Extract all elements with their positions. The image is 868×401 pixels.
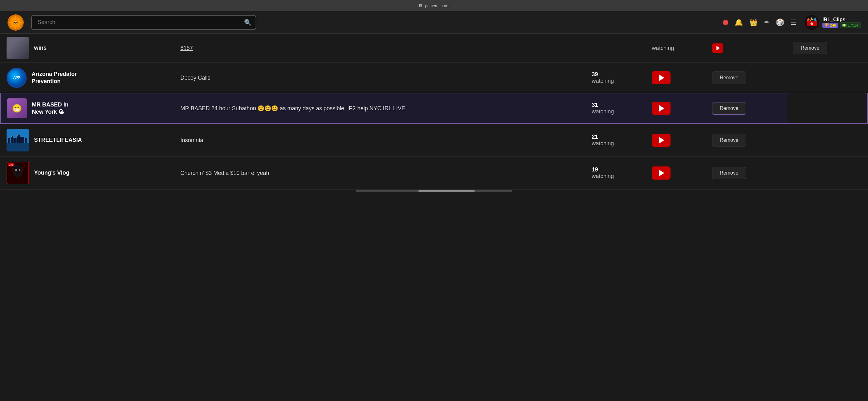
svg-point-38 bbox=[12, 165, 23, 178]
feather-icon[interactable]: ✒ bbox=[764, 19, 770, 27]
svg-rect-33 bbox=[21, 137, 21, 138]
scroll-track bbox=[356, 190, 512, 192]
watch-count: 21 watching bbox=[592, 134, 614, 146]
svg-point-19 bbox=[810, 23, 813, 25]
table-row: wins 8157 watching Remove bbox=[0, 34, 868, 63]
stream-title: Decoy Calls bbox=[180, 75, 210, 81]
yt-button[interactable] bbox=[652, 71, 671, 84]
svg-text:😎: 😎 bbox=[13, 21, 18, 25]
site-logo[interactable]: 😎 bbox=[7, 14, 24, 31]
menu-icon[interactable]: ☰ bbox=[790, 19, 797, 27]
search-bar: 🔍 bbox=[31, 15, 256, 30]
username: IRL_Clips bbox=[823, 17, 861, 23]
svg-rect-26 bbox=[17, 135, 20, 143]
channel-cell: wins bbox=[6, 37, 168, 59]
navbar: 😎 🔍 🔔 👑 ✒ 🎲 ☰ bbox=[0, 11, 868, 34]
channel-cell: 😁 MR BASED inNew York 🌤 bbox=[7, 98, 168, 119]
scrollbar[interactable] bbox=[0, 190, 868, 193]
remove-button[interactable]: Remove bbox=[712, 134, 746, 146]
channel-name: Arizona PredatorPrevention bbox=[32, 71, 77, 85]
browser-icon: 🖥 bbox=[418, 3, 423, 8]
logo-image: 😎 bbox=[7, 14, 24, 31]
svg-rect-32 bbox=[18, 136, 18, 137]
dice-icon[interactable]: 🎲 bbox=[776, 19, 784, 27]
svg-rect-31 bbox=[18, 135, 18, 136]
svg-line-7 bbox=[19, 25, 20, 27]
remove-button[interactable]: Remove bbox=[712, 71, 746, 84]
avatar-svg bbox=[804, 15, 819, 30]
table-row: STREETLIFEASIA Insomnia 21 watching Remo… bbox=[0, 124, 868, 157]
table-row: LIVE Young's Vlog Cherchin' $3 bbox=[0, 157, 868, 190]
svg-rect-30 bbox=[11, 138, 12, 138]
logo-svg: 😎 bbox=[9, 15, 23, 29]
play-icon bbox=[659, 105, 664, 111]
channel-thumb: APP bbox=[6, 68, 27, 88]
play-icon bbox=[659, 137, 664, 143]
channel-thumb: LIVE bbox=[6, 162, 29, 184]
nav-icons: 🔔 👑 ✒ 🎲 ☰ bbox=[723, 19, 797, 27]
stream-title: Cherchin' $3 Media $10 barrel yeah bbox=[180, 170, 269, 176]
youngs-svg: LIVE bbox=[6, 162, 29, 183]
user-badges: 🏆 248 💵 17524 bbox=[823, 23, 861, 28]
play-icon bbox=[659, 75, 664, 81]
sub-count: 8157 bbox=[180, 45, 193, 51]
stream-title: MR BASED 24 hour Subathon 😊😊😊 as many da… bbox=[180, 105, 405, 111]
svg-rect-29 bbox=[11, 136, 12, 137]
remove-button[interactable]: Remove bbox=[712, 167, 746, 179]
watch-count: 19 watching bbox=[592, 166, 614, 179]
watching-label: watching bbox=[652, 45, 674, 51]
svg-point-39 bbox=[15, 169, 17, 171]
play-icon bbox=[659, 170, 664, 176]
crown-icon[interactable]: 👑 bbox=[749, 19, 758, 27]
badge-rank: 🏆 248 bbox=[823, 23, 838, 28]
svg-rect-22 bbox=[6, 143, 29, 152]
yt-button[interactable] bbox=[712, 43, 723, 53]
watch-count: 31 watching bbox=[592, 102, 614, 114]
stream-list: wins 8157 watching Remove bbox=[0, 34, 868, 190]
svg-rect-25 bbox=[13, 138, 17, 143]
user-info: IRL_Clips 🏆 248 💵 17524 bbox=[823, 17, 861, 28]
channel-thumb bbox=[6, 129, 29, 152]
badge-money: 💵 17524 bbox=[840, 23, 861, 28]
search-input[interactable] bbox=[31, 15, 256, 30]
channel-name: Young's Vlog bbox=[34, 169, 69, 176]
channel-cell: APP Arizona PredatorPrevention bbox=[6, 68, 168, 88]
browser-url: pcmemes.net bbox=[425, 3, 449, 8]
streetlife-svg bbox=[6, 129, 29, 152]
remove-button[interactable]: Remove bbox=[793, 42, 827, 54]
yt-button[interactable] bbox=[652, 102, 671, 115]
svg-line-6 bbox=[11, 18, 13, 20]
svg-line-9 bbox=[11, 25, 13, 27]
svg-rect-28 bbox=[25, 138, 27, 143]
avatar bbox=[804, 15, 819, 30]
bell-icon[interactable]: 🔔 bbox=[735, 19, 743, 27]
channel-thumb bbox=[6, 37, 29, 59]
table-row: APP Arizona PredatorPrevention Decoy Cal… bbox=[0, 63, 868, 93]
stream-title: Insomnia bbox=[180, 137, 203, 143]
browser-bar: 🖥 pcmemes.net bbox=[0, 0, 868, 11]
play-icon bbox=[716, 46, 720, 50]
remove-button[interactable]: Remove bbox=[712, 102, 746, 114]
channel-name: MR BASED inNew York 🌤 bbox=[32, 101, 68, 116]
search-icon: 🔍 bbox=[244, 19, 252, 26]
scroll-thumb bbox=[418, 190, 475, 192]
channel-cell: LIVE Young's Vlog bbox=[6, 162, 168, 184]
channel-cell: STREETLIFEASIA bbox=[6, 129, 168, 152]
channel-name: wins bbox=[34, 44, 46, 52]
channel-name: STREETLIFEASIA bbox=[34, 136, 82, 144]
watch-count: 39 watching bbox=[592, 71, 614, 84]
svg-rect-23 bbox=[8, 138, 10, 143]
dot-indicator bbox=[723, 20, 728, 25]
table-row: 😁 MR BASED inNew York 🌤 MR BASED 24 hour… bbox=[0, 93, 868, 124]
svg-line-8 bbox=[19, 18, 20, 20]
channel-thumb: 😁 bbox=[7, 98, 27, 119]
yt-button[interactable] bbox=[652, 134, 671, 147]
svg-point-40 bbox=[19, 169, 21, 171]
user-section: IRL_Clips 🏆 248 💵 17524 bbox=[804, 15, 861, 30]
yt-button[interactable] bbox=[652, 166, 671, 179]
stream-table: wins 8157 watching Remove bbox=[0, 34, 868, 190]
